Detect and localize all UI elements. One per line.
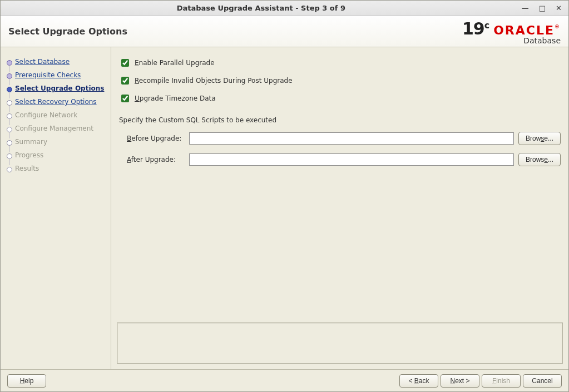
form-area: Enable Parallel Upgrade Recompile Invali…: [111, 47, 568, 320]
cancel-button[interactable]: Cancel: [523, 374, 562, 388]
app-window: Database Upgrade Assistant - Step 3 of 9…: [0, 0, 569, 392]
window-controls: — □ ✕: [522, 4, 568, 12]
step-select-upgrade-options[interactable]: Select Upgrade Options: [4, 82, 107, 95]
enable-parallel-label: Enable Parallel Upgrade: [135, 59, 215, 67]
before-upgrade-input[interactable]: [189, 132, 514, 145]
step-select-database[interactable]: Select Database: [4, 55, 107, 68]
after-upgrade-label: After Upgrade:: [127, 156, 185, 163]
page-title: Select Upgrade Options: [8, 26, 462, 37]
after-upgrade-row: After Upgrade: Browse...: [119, 151, 561, 172]
before-upgrade-row: Before Upgrade: Browse...: [119, 130, 561, 151]
step-select-recovery-options[interactable]: Select Recovery Options: [4, 95, 107, 108]
step-configure-management: Configure Management: [4, 122, 107, 135]
window-title: Database Upgrade Assistant - Step 3 of 9: [1, 4, 522, 12]
step-summary: Summary: [4, 135, 107, 148]
titlebar: Database Upgrade Assistant - Step 3 of 9…: [1, 1, 568, 16]
maximize-icon[interactable]: □: [539, 4, 546, 12]
option-enable-parallel: Enable Parallel Upgrade: [119, 54, 561, 72]
footer-bar: Help < Back Next > Finish Cancel: [1, 369, 568, 391]
step-configure-network: Configure Network: [4, 108, 107, 122]
option-recompile-invalid: Recompile Invalid Objects During Post Up…: [119, 72, 561, 90]
before-upgrade-label: Before Upgrade:: [127, 135, 185, 142]
brand-product: Database: [493, 37, 561, 44]
brand-oracle-logo: ORACLE®: [493, 24, 561, 37]
back-button[interactable]: < Back: [399, 374, 438, 388]
branding: 19c ORACLE® Database: [462, 19, 561, 44]
minimize-icon[interactable]: —: [522, 4, 529, 12]
step-results: Results: [4, 162, 107, 175]
brand-version: 19c: [462, 19, 489, 38]
page-header: Select Upgrade Options 19c ORACLE® Datab…: [1, 16, 568, 47]
next-button[interactable]: Next >: [441, 374, 479, 388]
custom-scripts-label: Specify the Custom SQL Scripts to be exe…: [119, 113, 561, 130]
step-progress: Progress: [4, 148, 107, 162]
wizard-steps: Select Database Prerequisite Checks Sele…: [4, 55, 107, 175]
message-area: [117, 322, 563, 364]
close-icon[interactable]: ✕: [556, 4, 562, 12]
main-panel: Enable Parallel Upgrade Recompile Invali…: [111, 47, 568, 369]
step-prerequisite-checks[interactable]: Prerequisite Checks: [4, 68, 107, 82]
upgrade-timezone-label: Upgrade Timezone Data: [135, 95, 216, 102]
upgrade-timezone-checkbox[interactable]: [121, 95, 129, 102]
body: Select Database Prerequisite Checks Sele…: [1, 47, 568, 369]
option-upgrade-timezone: Upgrade Timezone Data: [119, 90, 561, 107]
wizard-sidebar: Select Database Prerequisite Checks Sele…: [1, 47, 111, 369]
help-button[interactable]: Help: [7, 374, 46, 388]
after-browse-button[interactable]: Browse...: [518, 153, 561, 166]
recompile-invalid-checkbox[interactable]: [121, 77, 129, 85]
finish-button: Finish: [482, 374, 521, 388]
enable-parallel-checkbox[interactable]: [121, 59, 129, 67]
before-browse-button[interactable]: Browse...: [518, 132, 561, 145]
after-upgrade-input[interactable]: [189, 153, 514, 166]
recompile-invalid-label: Recompile Invalid Objects During Post Up…: [135, 77, 293, 85]
